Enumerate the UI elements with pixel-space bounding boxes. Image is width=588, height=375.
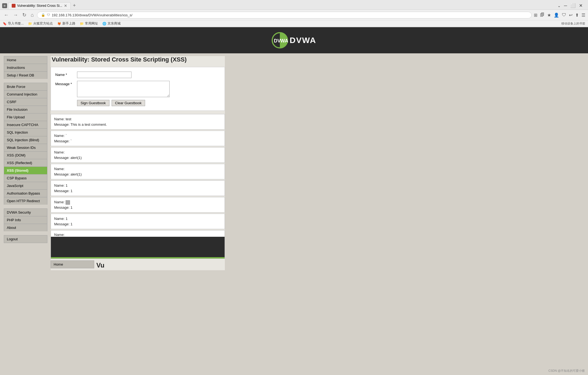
sidebar-item-xss-stored[interactable]: XSS (Stored): [4, 167, 47, 174]
sidebar-item-dvwa-security[interactable]: DVWA Security: [4, 208, 47, 216]
bottom-sidebar-home[interactable]: Home: [51, 260, 94, 268]
sidebar-item-xss-dom[interactable]: XSS (DOM): [4, 151, 47, 159]
entry-3-message: Message: alert(1): [54, 155, 221, 161]
forward-button[interactable]: →: [12, 12, 19, 19]
sidebar-item-file-upload[interactable]: File Upload: [4, 113, 47, 121]
bookmark-firefox[interactable]: 📁 火狐官方站点: [28, 21, 53, 26]
sidebar-item-csrf[interactable]: CSRF: [4, 98, 47, 106]
restore-button[interactable]: ⬜: [570, 3, 576, 8]
form-buttons: Sign Guestbook Clear Guestbook: [77, 100, 220, 106]
embed-green-bar: [51, 257, 225, 259]
entry-4-name: Name:: [54, 166, 221, 172]
entry-5-message: Message: 1: [54, 188, 221, 194]
entry-3-name: Name:: [54, 150, 221, 155]
message-input[interactable]: [77, 81, 170, 97]
entry-4-message: Message: alert(1): [54, 172, 221, 177]
entry-7-name: Name: 1: [54, 216, 221, 222]
guestbook-entry-8: Name:: [51, 230, 225, 259]
main-content: Vulnerability: Stored Cross Site Scripti…: [51, 56, 225, 270]
folder2-icon: 📁: [80, 22, 84, 26]
sidebar-item-about[interactable]: About: [4, 224, 47, 231]
sidebar-item-javascript[interactable]: JavaScript: [4, 182, 47, 189]
sidebar-item-php-info[interactable]: PHP Info: [4, 216, 47, 224]
guestbook-entry-5: Name: 1 Message: 1: [51, 180, 225, 196]
sidebar-item-sql-injection-blind[interactable]: SQL Injection (Blind): [4, 136, 47, 144]
sidebar-item-setup[interactable]: Setup / Reset DB: [4, 71, 47, 79]
sidebar-item-logout[interactable]: Logout: [4, 235, 47, 243]
profile-icon[interactable]: 👤: [554, 13, 559, 18]
entry-2-name: Name: `: [54, 133, 221, 139]
close-button[interactable]: ✕: [579, 3, 583, 8]
address-bar-row: ← → ↻ ⌂ 🔒 🛡 192.168.176.130/dvwa/DVWA/vu…: [0, 10, 588, 20]
main-layout: Home Instructions Setup / Reset DB Brute…: [0, 53, 588, 273]
security-icon: 🔒: [41, 13, 45, 17]
shield-toolbar-icon[interactable]: 🛡: [562, 13, 566, 17]
sidebar-item-xss-reflected[interactable]: XSS (Reflected): [4, 159, 47, 167]
name-row: Name *: [55, 72, 220, 78]
sidebar-item-sql-injection[interactable]: SQL Injection: [4, 128, 47, 136]
page-wrapper: DV WA DVWA Home Instructions Setup / Res…: [0, 27, 588, 370]
bookmark-import[interactable]: 🔖 导入书签...: [3, 21, 24, 26]
entry-8-embed: [51, 237, 225, 259]
watermark: CSDN @不知名的可爱小猪: [549, 369, 585, 370]
guestbook-entry-7: Name: 1 Message: 1: [51, 214, 225, 229]
star-icon[interactable]: ★: [547, 13, 551, 18]
sidebar-item-weak-session[interactable]: Weak Session IDs: [4, 144, 47, 151]
bookmark-page-icon[interactable]: 🗐: [540, 13, 544, 17]
entry-6-icon: [66, 200, 70, 205]
sidebar-item-auth-bypass[interactable]: Authorisation Bypass: [4, 189, 47, 197]
back-toolbar-icon[interactable]: ↩: [569, 13, 572, 18]
dvwa-header: DV WA DVWA: [0, 27, 588, 53]
bookmark-common[interactable]: 📁 常用网址: [80, 21, 98, 26]
sidebar-item-command-injection[interactable]: Command Injection: [4, 90, 47, 98]
tab-close-button[interactable]: ✕: [64, 4, 67, 8]
entry-6-message: Message: 1: [54, 205, 221, 210]
tab-favicon: [12, 4, 16, 8]
dvwa-logo-svg: DV WA: [272, 32, 288, 48]
bookmark-jd[interactable]: 🌐 京东商城: [102, 21, 121, 26]
bookmark-newuser[interactable]: 🦊 新手上路: [57, 21, 75, 26]
entry-8-name: Name:: [51, 230, 225, 237]
dvwa-logo: DV WA DVWA: [272, 32, 316, 48]
guestbook-entry-3: Name: Message: alert(1): [51, 147, 225, 163]
url-text: 192.168.176.130/dvwa/DVWA/vulnerabilitie…: [52, 13, 133, 17]
menu-icon[interactable]: ☰: [581, 13, 585, 18]
toolbar-icons: ⊞ 🗐 ★ 👤 🛡 ↩ ⬆ ☰: [534, 13, 585, 18]
sidebar-item-home[interactable]: Home: [4, 56, 47, 64]
sidebar-item-instructions[interactable]: Instructions: [4, 64, 47, 71]
bookmarks-bar: 🔖 导入书签... 📁 火狐官方站点 🦊 新手上路 📁 常用网址 🌐 京东商城 …: [0, 20, 588, 27]
page-title: Vulnerability: Stored Cross Site Scripti…: [51, 56, 225, 63]
guestbook-entry-1: Name: test Message: This is a test comme…: [51, 114, 225, 130]
sidebar-item-file-inclusion[interactable]: File Inclusion: [4, 106, 47, 113]
minimize-icon[interactable]: ⌄: [558, 4, 561, 8]
sidebar-item-csp-bypass[interactable]: CSP Bypass: [4, 174, 47, 182]
message-row: Message *: [55, 81, 220, 97]
entry-2-message: Message: `: [54, 139, 221, 144]
folder-icon: 📁: [28, 22, 32, 26]
refresh-button[interactable]: ↻: [21, 11, 27, 19]
home-button[interactable]: ⌂: [30, 12, 35, 19]
clear-guestbook-button[interactable]: Clear Guestbook: [112, 100, 145, 106]
firefox-icon: 🦊: [57, 22, 61, 26]
address-bar[interactable]: 🔒 🛡 192.168.176.130/dvwa/DVWA/vulnerabil…: [37, 12, 532, 19]
svg-text:DV: DV: [274, 38, 281, 44]
globe-icon: 🌐: [102, 22, 106, 26]
sign-guestbook-button[interactable]: Sign Guestbook: [77, 100, 109, 106]
sidebar-item-http-redirect[interactable]: Open HTTP Redirect: [4, 197, 47, 205]
sidebar-item-insecure-captcha[interactable]: Insecure CAPTCHA: [4, 121, 47, 128]
shield-icon: 🛡: [47, 13, 50, 17]
sidebar-item-brute-force[interactable]: Brute Force: [4, 83, 47, 90]
guestbook-entry-6: Name: Message: 1: [51, 197, 225, 213]
extensions-icon[interactable]: ⊞: [534, 13, 537, 18]
name-label: Name *: [55, 72, 74, 77]
new-tab-button[interactable]: +: [71, 2, 78, 10]
entry-7-message: Message: 1: [54, 222, 221, 227]
bottom-main-partial: Vu: [94, 260, 225, 270]
active-tab[interactable]: Vulnerability: Stored Cross Si... ✕: [8, 2, 71, 9]
guestbook-entry-2: Name: ` Message: `: [51, 131, 225, 146]
name-input[interactable]: [77, 72, 131, 78]
back-button[interactable]: ←: [3, 12, 10, 19]
share-icon[interactable]: ⬆: [575, 13, 579, 18]
tab-icon: ⊞: [2, 3, 7, 8]
minimize-button[interactable]: ─: [564, 3, 567, 8]
